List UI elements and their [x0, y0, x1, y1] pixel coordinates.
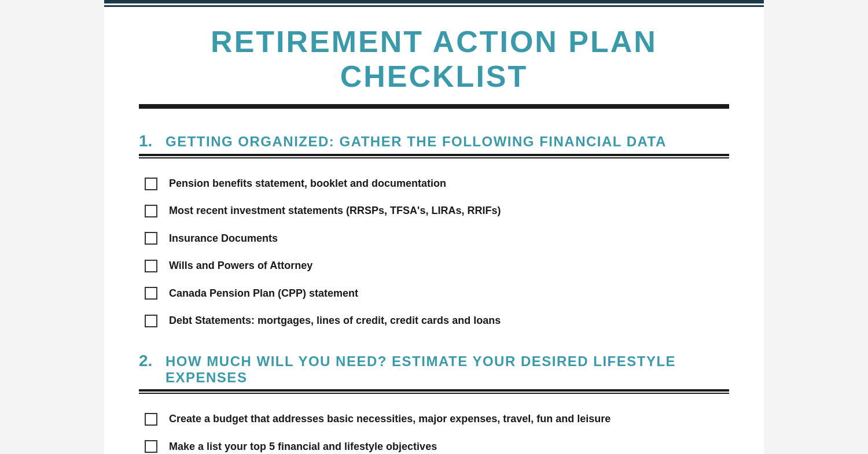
section-1-header: 1. GETTING ORGANIZED: GATHER THE FOLLOWI…	[139, 132, 729, 154]
section-1: 1. GETTING ORGANIZED: GATHER THE FOLLOWI…	[139, 132, 729, 334]
page-container: RETIREMENT ACTION PLAN CHECKLIST 1. GETT…	[104, 0, 764, 454]
item-text-8: Make a list your top 5 financial and lif…	[169, 440, 437, 453]
section-1-checklist: Pension benefits statement, booklet and …	[139, 170, 729, 334]
checkbox-6[interactable]	[145, 315, 157, 327]
checkbox-2[interactable]	[145, 205, 157, 217]
section-2-header: 2. HOW MUCH WILL YOU NEED? ESTIMATE YOUR…	[139, 352, 729, 389]
item-text-5: Canada Pension Plan (CPP) statement	[169, 287, 358, 300]
checkbox-7[interactable]	[145, 413, 157, 426]
checkbox-4[interactable]	[145, 260, 157, 272]
list-item: Create a budget that addresses basic nec…	[145, 405, 729, 433]
content-area: 1. GETTING ORGANIZED: GATHER THE FOLLOWI…	[104, 115, 764, 454]
list-item: Pension benefits statement, booklet and …	[145, 170, 729, 197]
section-1-title: GETTING ORGANIZED: GATHER THE FOLLOWING …	[165, 134, 667, 150]
item-text-7: Create a budget that addresses basic nec…	[169, 412, 610, 426]
list-item: Debt Statements: mortgages, lines of cre…	[145, 307, 729, 334]
checkbox-3[interactable]	[145, 232, 157, 245]
list-item: Insurance Documents	[145, 225, 729, 252]
section-2-checklist: Create a budget that addresses basic nec…	[139, 405, 729, 454]
section-1-divider-thin	[139, 157, 729, 158]
page-title: RETIREMENT ACTION PLAN CHECKLIST	[139, 24, 729, 94]
item-text-4: Wills and Powers of Attorney	[169, 259, 312, 272]
list-item: Canada Pension Plan (CPP) statement	[145, 280, 729, 307]
list-item: Wills and Powers of Attorney	[145, 252, 729, 279]
section-1-divider-thick	[139, 154, 729, 156]
checkbox-1[interactable]	[145, 178, 157, 190]
section-2-title: HOW MUCH WILL YOU NEED? ESTIMATE YOUR DE…	[165, 353, 729, 386]
header-underline	[139, 104, 729, 109]
list-item: Most recent investment statements (RRSPs…	[145, 197, 729, 224]
section-2-divider-thick	[139, 389, 729, 392]
item-text-2: Most recent investment statements (RRSPs…	[169, 204, 501, 217]
checkbox-5[interactable]	[145, 287, 157, 300]
section-1-number: 1.	[139, 132, 156, 150]
section-2: 2. HOW MUCH WILL YOU NEED? ESTIMATE YOUR…	[139, 352, 729, 454]
section-2-number: 2.	[139, 352, 156, 370]
item-text-3: Insurance Documents	[169, 232, 278, 245]
header-section: RETIREMENT ACTION PLAN CHECKLIST	[104, 7, 764, 115]
top-border-thick	[104, 0, 764, 3]
checkbox-8[interactable]	[145, 440, 157, 453]
item-text-1: Pension benefits statement, booklet and …	[169, 177, 446, 190]
section-2-divider-thin	[139, 393, 729, 394]
list-item: Make a list your top 5 financial and lif…	[145, 433, 729, 454]
item-text-6: Debt Statements: mortgages, lines of cre…	[169, 314, 501, 327]
